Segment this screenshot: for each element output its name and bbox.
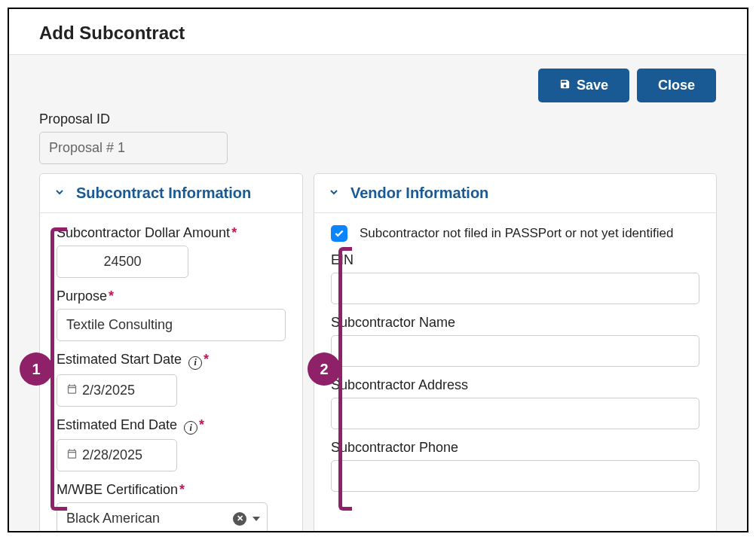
purpose-label: Purpose* — [57, 288, 286, 304]
sub-phone-label: Subcontractor Phone — [331, 440, 699, 456]
required-marker: * — [204, 352, 209, 367]
clear-icon[interactable]: ✕ — [233, 512, 246, 526]
panel-subcontract-header[interactable]: Subcontract Information — [40, 174, 302, 213]
required-marker: * — [179, 482, 185, 497]
panel-vendor-title: Vendor Information — [350, 185, 488, 202]
start-date-label: Estimated Start Date i* — [57, 352, 286, 370]
end-date-value: 2/28/2025 — [82, 447, 142, 463]
panel-vendor: Vendor Information Subcontractor not fil… — [314, 173, 717, 532]
info-icon[interactable]: i — [184, 421, 197, 435]
toolbar: Save Close — [39, 69, 717, 102]
not-filed-checkbox[interactable] — [331, 225, 347, 242]
chevron-down-icon — [328, 186, 340, 201]
close-button-label: Close — [658, 78, 695, 93]
proposal-id-field: Proposal # 1 — [39, 132, 228, 164]
calendar-icon — [66, 383, 78, 398]
sub-name-label: Subcontractor Name — [331, 315, 699, 331]
ein-input[interactable] — [331, 273, 699, 304]
annotation-bracket-1 — [51, 227, 67, 511]
panels-row: Subcontract Information Subcontractor Do… — [39, 173, 717, 532]
end-date-input[interactable]: 2/28/2025 — [57, 439, 177, 471]
annotation-badge-1: 1 — [20, 352, 53, 386]
panel-subcontract: Subcontract Information Subcontractor Do… — [39, 173, 303, 532]
start-date-input[interactable]: 2/3/2025 — [57, 374, 177, 407]
chevron-down-icon — [54, 186, 66, 201]
required-marker: * — [231, 225, 237, 240]
close-button[interactable]: Close — [637, 69, 716, 102]
annotation-bracket-2 — [338, 247, 352, 511]
info-icon[interactable]: i — [188, 356, 202, 370]
annotation-badge-2: 2 — [308, 352, 341, 386]
end-date-label: Estimated End Date i* — [57, 417, 286, 435]
panel-vendor-header[interactable]: Vendor Information — [314, 174, 716, 213]
purpose-input[interactable]: Textile Consulting — [57, 309, 286, 341]
modal-header: Add Subcontract — [9, 9, 747, 55]
panel-subcontract-body: Subcontractor Dollar Amount* 24500 Purpo… — [40, 213, 302, 532]
caret-down-icon[interactable] — [253, 517, 260, 521]
panel-vendor-body: Subcontractor not filed in PASSPort or n… — [314, 213, 716, 510]
sub-address-label: Subcontractor Address — [331, 377, 699, 393]
modal-window: Add Subcontract Save Close Proposal ID P… — [8, 8, 748, 532]
save-button[interactable]: Save — [538, 69, 629, 102]
panel-subcontract-title: Subcontract Information — [76, 185, 251, 202]
save-icon — [559, 78, 571, 93]
required-marker: * — [109, 288, 114, 304]
amount-label: Subcontractor Dollar Amount* — [57, 225, 286, 241]
not-filed-label: Subcontractor not filed in PASSPort or n… — [360, 226, 673, 241]
amount-input[interactable]: 24500 — [57, 246, 188, 278]
required-marker: * — [199, 417, 204, 432]
cert-label: M/WBE Certification* — [57, 482, 286, 498]
modal-content: Save Close Proposal ID Proposal # 1 Subc… — [9, 55, 747, 530]
sub-phone-input[interactable] — [331, 460, 699, 492]
start-date-value: 2/3/2025 — [82, 383, 135, 398]
calendar-icon — [66, 447, 78, 463]
save-button-label: Save — [577, 78, 608, 93]
sub-name-input[interactable] — [331, 335, 699, 367]
proposal-id-block: Proposal ID Proposal # 1 — [39, 111, 717, 164]
proposal-id-label: Proposal ID — [39, 111, 717, 127]
sub-address-input[interactable] — [331, 398, 699, 429]
ein-label: EIN — [331, 252, 699, 268]
modal-title: Add Subcontract — [39, 23, 717, 44]
